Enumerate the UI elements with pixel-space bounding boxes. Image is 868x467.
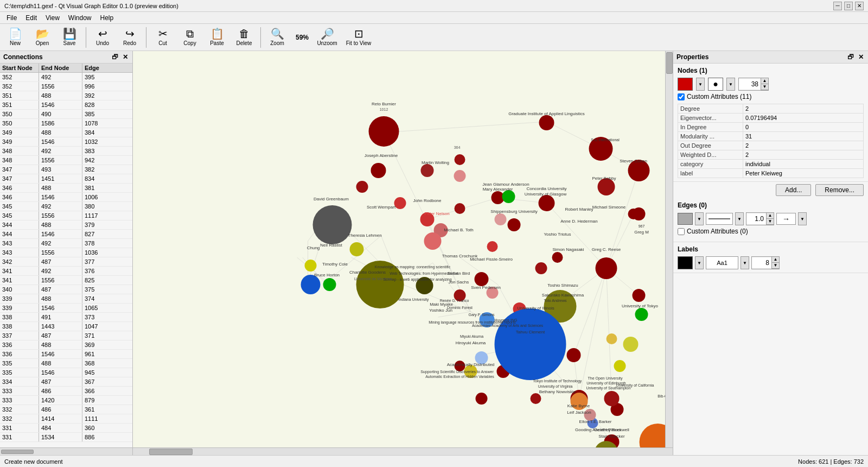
- node-color-picker[interactable]: [678, 78, 693, 91]
- paste-button[interactable]: 📋 Paste: [204, 25, 230, 50]
- node-circle[interactable]: [455, 203, 465, 214]
- table-row[interactable]: 349 488 384: [0, 128, 132, 137]
- node-shape-dropdown[interactable]: ▼: [726, 78, 735, 91]
- node-circle[interactable]: [455, 154, 465, 165]
- table-row[interactable]: 347 1451 834: [0, 174, 132, 184]
- node-circle[interactable]: [369, 116, 399, 147]
- unzoom-button[interactable]: 🔎 Unzoom: [314, 25, 340, 50]
- label-font-dropdown[interactable]: ▼: [741, 256, 749, 269]
- attr-row[interactable]: Out Degree 2: [678, 141, 864, 150]
- table-row[interactable]: 348 492 383: [0, 147, 132, 156]
- undo-button[interactable]: ↩ Undo: [90, 25, 116, 50]
- node-circle[interactable]: [475, 272, 489, 286]
- attr-row[interactable]: category individual: [678, 160, 864, 169]
- delete-button[interactable]: 🗑 Delete: [231, 25, 257, 50]
- node-circle[interactable]: [356, 181, 368, 193]
- table-row[interactable]: 333 1420 879: [0, 396, 132, 405]
- node-circle[interactable]: [604, 391, 620, 406]
- attr-row[interactable]: Eigenvector... 0.07196494: [678, 113, 864, 123]
- table-row[interactable]: 339 488 374: [0, 294, 132, 304]
- node-circle[interactable]: [301, 275, 321, 294]
- node-circle[interactable]: [614, 360, 626, 372]
- label-size-input[interactable]: ▲ ▼: [751, 256, 780, 269]
- edges-custom-attrs-checkbox[interactable]: [678, 228, 685, 235]
- table-row[interactable]: 332 1414 1111: [0, 414, 132, 424]
- label-size-field[interactable]: [752, 258, 771, 268]
- node-circle[interactable]: [350, 242, 364, 256]
- menu-view[interactable]: View: [41, 13, 64, 23]
- table-row[interactable]: 340 487 375: [0, 285, 132, 294]
- copy-button[interactable]: ⧉ Copy: [177, 25, 203, 50]
- minimize-button[interactable]: ─: [833, 2, 842, 10]
- node-circle[interactable]: [476, 393, 488, 405]
- label-color-picker[interactable]: [678, 256, 693, 269]
- table-row[interactable]: 345 1556 1117: [0, 211, 132, 220]
- table-row[interactable]: 335 1546 945: [0, 368, 132, 377]
- add-attr-button[interactable]: Add...: [776, 184, 811, 196]
- table-row[interactable]: 352 492 395: [0, 73, 132, 82]
- table-row[interactable]: 344 488 379: [0, 220, 132, 230]
- cut-button[interactable]: ✂ Cut: [150, 25, 176, 50]
- attr-row[interactable]: Weighted D... 2: [678, 150, 864, 160]
- node-circle[interactable]: [313, 205, 352, 244]
- maximize-button[interactable]: □: [844, 2, 853, 10]
- node-circle[interactable]: [607, 333, 617, 344]
- edge-weight-input[interactable]: ▲ ▼: [746, 212, 774, 225]
- node-circle[interactable]: [495, 213, 507, 225]
- attr-row[interactable]: label Peter Kleiweg: [678, 169, 864, 178]
- remove-attr-button[interactable]: Remove...: [815, 184, 864, 196]
- fit-button[interactable]: ⊡ Fit to View: [341, 25, 376, 50]
- table-row[interactable]: 351 488 392: [0, 91, 132, 100]
- table-row[interactable]: 337 487 371: [0, 331, 132, 340]
- node-circle[interactable]: [552, 252, 563, 263]
- attr-row[interactable]: Modularity ... 31: [678, 132, 864, 141]
- table-row[interactable]: 352 1556 996: [0, 82, 132, 91]
- node-size-input[interactable]: ▲ ▼: [738, 78, 769, 91]
- open-button[interactable]: 📂 Open: [29, 25, 55, 50]
- table-row[interactable]: 336 1546 961: [0, 350, 132, 359]
- label-size-down[interactable]: ▼: [771, 263, 779, 269]
- label-color-dropdown[interactable]: ▼: [695, 256, 704, 269]
- table-row[interactable]: 332 486 361: [0, 405, 132, 414]
- node-circle[interactable]: [535, 262, 547, 274]
- edge-arrow-dropdown[interactable]: ▼: [798, 212, 807, 225]
- node-circle[interactable]: [487, 241, 498, 252]
- node-circle[interactable]: [539, 195, 555, 211]
- node-circle[interactable]: [323, 278, 336, 291]
- node-shape-picker[interactable]: ●: [708, 78, 723, 91]
- table-row[interactable]: 336 488 369: [0, 340, 132, 350]
- redo-button[interactable]: ↪ Redo: [117, 25, 143, 50]
- edge-weight-up[interactable]: ▲: [766, 213, 774, 219]
- table-row[interactable]: 335 488 368: [0, 359, 132, 368]
- table-row[interactable]: 350 1586 1078: [0, 119, 132, 128]
- table-row[interactable]: 331 484 360: [0, 424, 132, 433]
- node-size-up[interactable]: ▲: [761, 78, 768, 84]
- save-button[interactable]: 💾 Save: [56, 25, 82, 50]
- table-row[interactable]: 349 1546 1032: [0, 137, 132, 147]
- node-circle[interactable]: [394, 197, 406, 209]
- table-row[interactable]: 343 1556 1036: [0, 248, 132, 257]
- edge-weight-down[interactable]: ▼: [766, 219, 774, 225]
- node-circle[interactable]: [628, 209, 639, 219]
- custom-attrs-checkbox[interactable]: [678, 93, 685, 100]
- table-row[interactable]: 348 1556 942: [0, 156, 132, 165]
- table-row[interactable]: 345 492 380: [0, 202, 132, 211]
- properties-restore-button[interactable]: 🗗: [846, 53, 855, 61]
- connections-close-button[interactable]: ✕: [122, 53, 129, 61]
- label-size-up[interactable]: ▲: [771, 257, 779, 263]
- node-circle[interactable]: [502, 190, 515, 203]
- table-row[interactable]: 333 486 366: [0, 387, 132, 396]
- table-row[interactable]: 350 490 385: [0, 110, 132, 119]
- node-circle[interactable]: [371, 163, 386, 178]
- table-row[interactable]: 342 487 377: [0, 257, 132, 267]
- node-color-dropdown[interactable]: ▼: [696, 78, 705, 91]
- table-row[interactable]: 346 488 381: [0, 184, 132, 193]
- edge-line-dropdown[interactable]: ▼: [735, 212, 744, 225]
- table-row[interactable]: 339 1546 1065: [0, 304, 132, 313]
- node-circle[interactable]: [454, 170, 466, 182]
- node-circle[interactable]: [596, 257, 617, 279]
- connections-body[interactable]: 352 492 395 352 1556 996 351 488 392 351…: [0, 73, 132, 447]
- node-circle[interactable]: [305, 260, 317, 272]
- table-row[interactable]: 346 1546 1006: [0, 193, 132, 202]
- connections-scrollbar-h[interactable]: [0, 447, 132, 455]
